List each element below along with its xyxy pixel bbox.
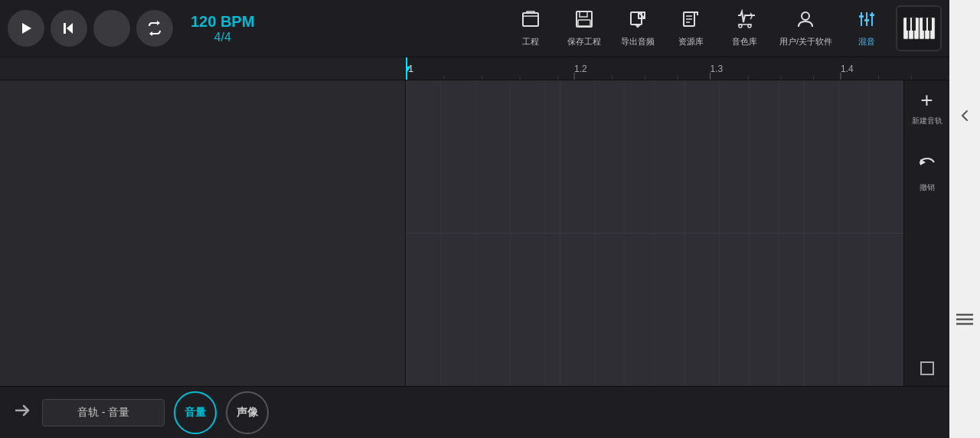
toolbar-project[interactable]: 工程 xyxy=(511,9,550,47)
toolbar-actions: 工程 保存工程 xyxy=(511,9,886,47)
pan-tab-label: 声像 xyxy=(237,406,258,420)
record-button[interactable] xyxy=(93,10,130,47)
svg-rect-7 xyxy=(580,11,587,17)
toolbar-resources[interactable]: 资源库 xyxy=(672,9,710,47)
loop-button[interactable] xyxy=(136,10,173,47)
svg-rect-2 xyxy=(64,23,66,34)
user-icon xyxy=(795,9,815,34)
content-area: + 新建音轨 撤销 xyxy=(0,80,949,386)
track-label-spacer xyxy=(0,57,406,80)
rewind-button[interactable] xyxy=(51,10,87,47)
transport-controls xyxy=(8,10,173,47)
svg-rect-20 xyxy=(870,14,874,16)
track-name-display: 音轨 - 音量 xyxy=(42,399,165,427)
mixer-icon xyxy=(857,9,877,34)
export-label: 导出音频 xyxy=(621,36,655,47)
sounds-icon xyxy=(735,9,755,34)
square-action[interactable] xyxy=(919,360,936,378)
svg-rect-6 xyxy=(577,11,592,27)
toolbar-mixer[interactable]: 混音 xyxy=(848,9,886,47)
resources-icon xyxy=(681,9,701,34)
square-icon xyxy=(919,360,936,378)
sounds-label: 音色库 xyxy=(732,36,757,47)
volume-tab-label: 音量 xyxy=(185,406,206,420)
svg-marker-3 xyxy=(157,21,160,25)
svg-marker-65 xyxy=(920,159,926,165)
bottom-toolbar: 音轨 - 音量 音量 声像 xyxy=(0,386,949,438)
svg-marker-0 xyxy=(22,23,31,34)
toolbar-user[interactable]: 用户/关于软件 xyxy=(779,9,832,47)
undo-label: 撤销 xyxy=(920,182,935,193)
svg-rect-29 xyxy=(923,18,926,31)
svg-point-14 xyxy=(802,12,809,20)
save-label: 保存工程 xyxy=(567,36,601,47)
svg-rect-5 xyxy=(523,13,538,26)
svg-rect-27 xyxy=(906,18,910,31)
resources-label: 资源库 xyxy=(678,36,704,47)
svg-rect-28 xyxy=(912,18,916,31)
project-label: 工程 xyxy=(522,36,539,47)
toolbar-sounds[interactable]: 音色库 xyxy=(726,9,764,47)
timeline-grid-svg xyxy=(406,80,903,386)
bpm-value: 120 BPM xyxy=(191,12,254,31)
bottom-arrow-button[interactable] xyxy=(11,400,33,426)
toolbar-save[interactable]: 保存工程 xyxy=(565,9,603,47)
svg-marker-1 xyxy=(67,23,73,34)
add-track-icon: + xyxy=(920,88,933,113)
toolbar-export[interactable]: 导出音频 xyxy=(619,9,657,47)
right-edge xyxy=(949,0,980,438)
svg-rect-19 xyxy=(864,19,869,21)
play-button[interactable] xyxy=(8,10,44,47)
new-track-action[interactable]: + 新建音轨 xyxy=(912,88,942,126)
new-track-label: 新建音轨 xyxy=(912,116,942,126)
undo-action[interactable]: 撤销 xyxy=(916,153,938,193)
right-edge-back-icon[interactable] xyxy=(957,108,972,127)
pan-tab[interactable]: 声像 xyxy=(226,391,269,434)
export-icon xyxy=(628,9,648,34)
piano-keyboard-button[interactable] xyxy=(896,5,942,51)
tracks-panel xyxy=(0,80,406,386)
save-icon xyxy=(574,9,594,34)
volume-tab[interactable]: 音量 xyxy=(174,391,217,434)
ruler-ticks xyxy=(406,57,949,80)
svg-marker-4 xyxy=(149,31,152,36)
toolbar: 120 BPM 4/4 工程 xyxy=(0,0,949,57)
time-signature: 4/4 xyxy=(214,31,231,44)
timeline-ruler[interactable]: 1 1.2 1.3 1.4 xyxy=(406,57,949,80)
svg-rect-8 xyxy=(578,20,590,26)
svg-rect-18 xyxy=(859,15,864,18)
right-edge-menu-icon[interactable] xyxy=(956,312,973,330)
undo-icon xyxy=(916,153,938,179)
svg-point-13 xyxy=(748,25,751,28)
project-icon xyxy=(521,9,541,34)
side-panel: + 新建音轨 撤销 xyxy=(903,80,949,386)
mixer-label: 混音 xyxy=(858,36,875,47)
timeline-header: 1 1.2 1.3 1.4 xyxy=(0,57,949,80)
main-area: 120 BPM 4/4 工程 xyxy=(0,0,949,438)
svg-rect-30 xyxy=(928,18,932,31)
svg-point-12 xyxy=(739,25,742,28)
timeline-content[interactable] xyxy=(406,80,903,386)
svg-rect-66 xyxy=(921,362,933,374)
user-label: 用户/关于软件 xyxy=(779,36,832,47)
bpm-display[interactable]: 120 BPM 4/4 xyxy=(191,12,254,44)
